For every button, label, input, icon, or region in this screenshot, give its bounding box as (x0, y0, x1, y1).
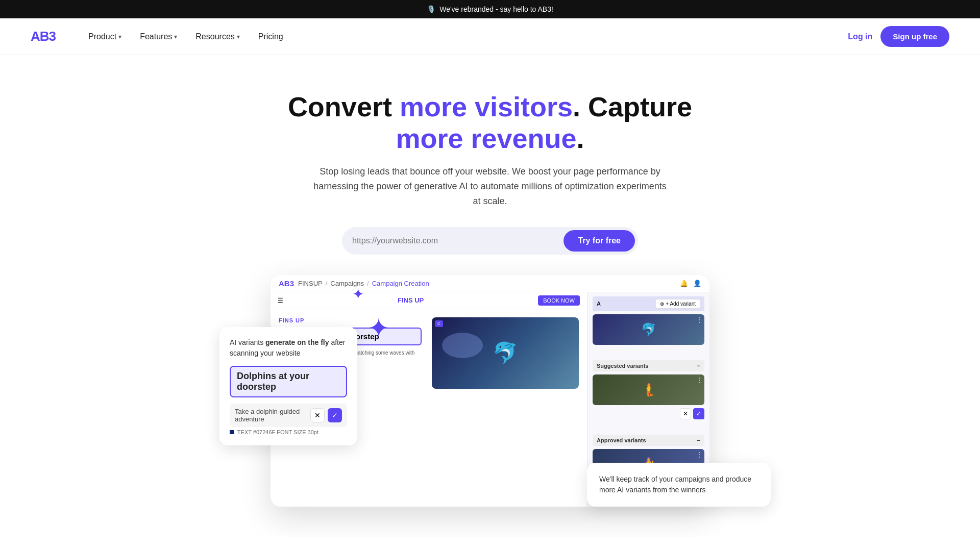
site-main-image: C (432, 317, 579, 389)
float-text-row: Take a dolphin-guided adventure ✕ ✓ (230, 404, 347, 427)
top-banner: 🎙️ We've rebranded - say hello to AB3! (0, 0, 980, 18)
banner-text: We've rebranded - say hello to AB3! (439, 5, 553, 13)
mockup-logo: AB3 (279, 279, 294, 288)
navbar: AB3 Product ▾ Features ▾ Resources ▾ Pri… (0, 18, 980, 55)
site-topbar: ☰ FINS UP BOOK NOW (271, 292, 587, 309)
bell-icon[interactable]: 🔔 (680, 280, 688, 287)
approve-variant-button[interactable]: ✓ (693, 408, 704, 419)
float-approve-button[interactable]: ✓ (328, 408, 342, 422)
collapse-icon-2[interactable]: − (697, 437, 700, 443)
site-brand-label: FINS UP (279, 317, 422, 323)
site-image-col: C (432, 317, 579, 499)
headline-highlight1: more visitors (400, 91, 573, 122)
more-options-icon-2[interactable]: ⋮ (696, 377, 702, 384)
suggested-variants-label: Suggested variants − (593, 360, 704, 371)
site-brand-top: FINS UP (398, 296, 424, 304)
image-badge: C (435, 320, 443, 327)
approved-variants-label: Approved variants − (593, 435, 704, 446)
plus-icon: ⊕ (660, 301, 664, 307)
float-reject-button[interactable]: ✕ (310, 408, 325, 422)
chevron-down-icon: ▾ (118, 33, 121, 40)
screenshot-section: ✦ ✦ AB3 FINSUP / Campaigns / Campaign Cr… (209, 275, 771, 537)
float-card-desc: AI variants generate on the fly after sc… (230, 337, 347, 359)
variant-thumb-a: ⋮ (593, 314, 704, 345)
login-button[interactable]: Log in (848, 32, 872, 41)
breadcrumb-active: Campaign Creation (372, 280, 429, 287)
breadcrumb-finsup: FINSUP (298, 280, 323, 287)
float-card-left: AI variants generate on the fly after sc… (219, 327, 357, 445)
float-meta: TEXT #07246F FONT SIZE 30pt (230, 429, 347, 435)
float-headline: Dolphins at your doorstep (230, 366, 347, 397)
nav-links: Product ▾ Features ▾ Resources ▾ Pricing (81, 28, 848, 45)
more-options-icon-3[interactable]: ⋮ (696, 451, 702, 458)
float-card-right-text: We'll keep track of your campaigns and p… (599, 474, 758, 495)
variant-actions: ✕ ✓ (593, 408, 704, 419)
hero-input-row: Try for free (342, 227, 638, 255)
nav-item-resources[interactable]: Resources ▾ (188, 28, 247, 45)
user-icon[interactable]: 👤 (693, 280, 701, 287)
float-row-text: Take a dolphin-guided adventure (235, 408, 310, 423)
headline-highlight2: more revenue (396, 123, 576, 154)
megaphone-icon: 🎙️ (427, 5, 435, 13)
breadcrumb-sep2: / (367, 280, 369, 287)
headline-middle: . Capture (573, 91, 692, 122)
mockup-topbar-icons: 🔔 👤 (680, 280, 701, 287)
hamburger-icon[interactable]: ☰ (278, 297, 283, 304)
website-input[interactable] (352, 236, 558, 245)
hero-headline: Convert more visitors. Capture more reve… (271, 91, 709, 154)
more-options-icon[interactable]: ⋮ (696, 316, 702, 323)
chevron-down-icon: ▾ (237, 33, 240, 40)
try-for-free-button[interactable]: Try for free (564, 230, 635, 252)
variant-thumb-suggested: ⋮ (593, 374, 704, 405)
hero-section: Convert more visitors. Capture more reve… (260, 55, 720, 275)
reject-variant-button[interactable]: ✕ (680, 408, 691, 419)
nav-item-product[interactable]: Product ▾ (81, 28, 129, 45)
logo[interactable]: AB3 (31, 29, 56, 44)
breadcrumb-sep: / (326, 280, 328, 287)
chevron-down-icon: ▾ (174, 33, 177, 40)
add-variant-button[interactable]: ⊕ + Add variant (655, 299, 700, 309)
star-decoration-large: ✦ (368, 313, 390, 343)
nav-item-features[interactable]: Features ▾ (133, 28, 184, 45)
headline-prefix: Convert (288, 91, 400, 122)
variant-a-label: A ⊕ + Add variant (593, 296, 704, 311)
float-action-buttons: ✕ ✓ (310, 408, 342, 422)
dot-color (230, 430, 234, 434)
float-card-right: We'll keep track of your campaigns and p… (587, 463, 771, 507)
nav-actions: Log in Sign up free (848, 26, 949, 47)
signup-button[interactable]: Sign up free (880, 26, 949, 47)
variant-section-a: A ⊕ + Add variant ⋮ (587, 292, 709, 352)
headline-suffix: . (577, 123, 584, 154)
nav-item-pricing[interactable]: Pricing (251, 28, 290, 45)
variant-section-suggested: Suggested variants − ⋮ ✕ ✓ (587, 352, 709, 427)
hero-subtext: Stop losing leads that bounce off your w… (311, 164, 669, 208)
collapse-icon[interactable]: − (697, 363, 700, 369)
mockup-topbar: AB3 FINSUP / Campaigns / Campaign Creati… (271, 275, 709, 292)
star-decoration-small: ✦ (352, 286, 364, 303)
book-now-button[interactable]: BOOK NOW (538, 295, 580, 306)
